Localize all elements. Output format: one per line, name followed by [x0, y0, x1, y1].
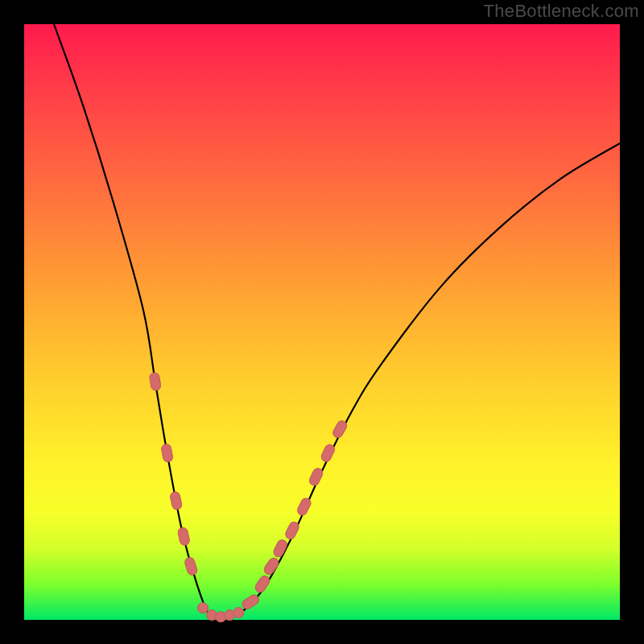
marker-seg-right-4 — [272, 539, 289, 559]
marker-seg-left-2 — [161, 444, 174, 463]
curve-markers — [149, 372, 349, 622]
bottleneck-curve — [54, 24, 620, 617]
marker-seg-left-5 — [184, 556, 198, 576]
marker-seg-left-1 — [149, 372, 161, 391]
curve-svg — [24, 24, 620, 620]
marker-floor-5 — [233, 608, 244, 618]
watermark-text: TheBottleneck.com — [484, 1, 639, 22]
plot-area — [24, 24, 620, 620]
chart-frame: TheBottleneck.com — [0, 0, 644, 644]
marker-floor-1 — [198, 603, 208, 613]
marker-seg-left-4 — [177, 526, 191, 546]
marker-seg-right-2 — [254, 574, 271, 594]
marker-seg-right-3 — [262, 556, 280, 576]
marker-seg-left-3 — [169, 491, 183, 510]
